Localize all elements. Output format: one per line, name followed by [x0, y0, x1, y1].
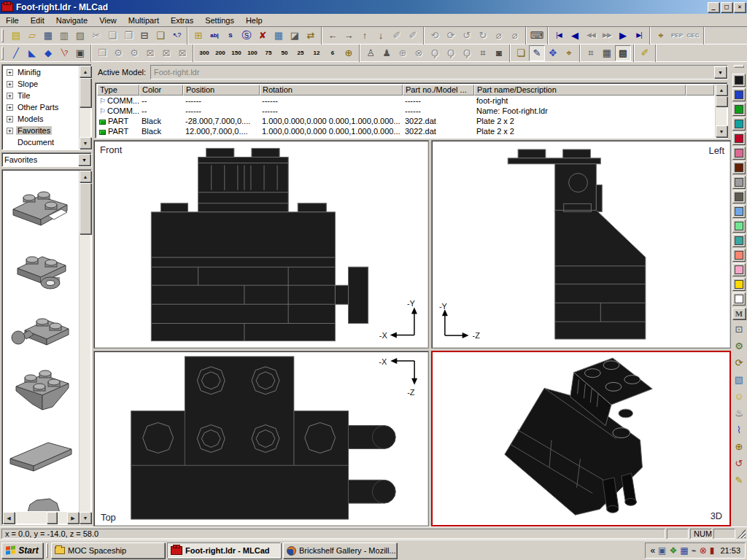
draw-line-button[interactable]: ╱	[8, 45, 24, 61]
rotate-x-ccw-button[interactable]: ⟳	[443, 28, 459, 44]
rotation-point-button[interactable]: ⊕	[732, 440, 746, 453]
color-swatch-black[interactable]	[732, 74, 746, 87]
light-one-button[interactable]: Ϙ	[427, 45, 443, 61]
move-plus-y-button[interactable]: ↓	[373, 28, 389, 44]
print-button[interactable]: ⊟	[136, 28, 152, 44]
expand-icon[interactable]: +	[7, 81, 13, 88]
add-part-button[interactable]: ⊞	[190, 28, 206, 44]
camera-button[interactable]: ◙	[491, 45, 507, 61]
zoom-100-button[interactable]: 100	[244, 45, 260, 61]
scrollbar-thumb[interactable]	[47, 512, 57, 524]
scroll-up-icon[interactable]: ▲	[716, 84, 727, 96]
view-thumbnails-button[interactable]: ❏	[513, 45, 529, 61]
find-part-button[interactable]: ⌖	[653, 28, 669, 44]
color-swatch-light-gray[interactable]	[732, 176, 746, 189]
add-picture-button[interactable]: ▦	[271, 28, 287, 44]
tree-item-favorites[interactable]: +Favorites	[4, 125, 78, 136]
column-header-type[interactable]: Type	[97, 85, 139, 96]
color-swatch-brown[interactable]	[732, 161, 746, 174]
zoom-75-button[interactable]: 75	[260, 45, 276, 61]
draw-triangle-button[interactable]: ◣	[24, 45, 40, 61]
tree-item-document[interactable]: Document	[4, 136, 78, 148]
menu-file[interactable]: File	[0, 15, 25, 26]
open-file-button[interactable]: ▱	[24, 28, 40, 44]
vehicle-generator-button[interactable]: ⚙	[732, 339, 746, 352]
remove-sync-button[interactable]: ⊠	[142, 45, 158, 61]
taskbar-task-firefox[interactable]: Brickshelf Gallery - Mozill...	[283, 542, 397, 559]
viewport-front[interactable]: Front -Y -X	[93, 140, 429, 349]
delete-entry-button[interactable]: ✘	[255, 28, 271, 44]
grid-coarse-button[interactable]: ⌗	[583, 45, 599, 61]
examine-mode-button[interactable]: ⌖	[561, 45, 577, 61]
zoom-200-button[interactable]: 200	[212, 45, 228, 61]
category-dropdown[interactable]: Favorites ▼	[1, 152, 92, 167]
context-help-button[interactable]: ↖?	[169, 28, 185, 44]
tree-item-tile[interactable]: +Tile	[4, 90, 78, 101]
scroll-up-icon[interactable]: ▲	[80, 171, 91, 182]
paste-parts-button[interactable]: ❒	[94, 45, 110, 61]
minifig-generator-button[interactable]: ☺	[732, 389, 746, 402]
messenger-icon[interactable]: ▦	[680, 546, 688, 555]
scroll-up-icon[interactable]: ▲	[80, 66, 91, 77]
step-next-button[interactable]: ▶	[615, 28, 631, 44]
scroll-down-icon[interactable]: ▼	[80, 137, 91, 149]
battery-icon[interactable]: ▮	[710, 546, 715, 555]
gear-sync-button[interactable]: ⚙	[110, 45, 126, 61]
scroll-right-icon[interactable]: ▶	[67, 512, 79, 524]
spring-generator-button[interactable]: ♨	[732, 406, 746, 419]
color-swatch-dark-gray[interactable]	[732, 190, 746, 203]
grid-medium-button[interactable]: ▦	[599, 45, 615, 61]
menu-settings[interactable]: Settings	[199, 15, 240, 26]
grid-fine-button[interactable]: ▩	[615, 45, 631, 61]
signature-pen-button[interactable]: ✎	[732, 473, 746, 486]
add-background-button[interactable]: ◪	[287, 28, 303, 44]
light-three-button[interactable]: Ϙ	[459, 45, 475, 61]
resize-grip[interactable]	[737, 529, 746, 538]
start-button[interactable]: Start	[1, 542, 43, 559]
display-settings-icon[interactable]: ▣	[658, 546, 666, 555]
hide-origin-button[interactable]: ⊗	[411, 45, 427, 61]
edit-dialog-button[interactable]: ▣	[72, 45, 88, 61]
column-header-color[interactable]: Color	[139, 85, 183, 96]
remove-lock-button[interactable]: ⊠	[158, 45, 174, 61]
color-swatch-pink[interactable]	[732, 263, 746, 276]
tree-item-slope[interactable]: +Slope	[4, 78, 78, 90]
part-thumbnail-plate-2x2-corner[interactable]	[4, 180, 77, 236]
network-error-icon[interactable]: ⊗	[700, 546, 707, 555]
draw-quad-button[interactable]: ◆	[40, 45, 56, 61]
save-picture-button[interactable]: ▥	[56, 28, 72, 44]
part-thumbnail-tile-1x4[interactable]	[4, 422, 77, 478]
color-swatch-bright-green[interactable]	[732, 219, 746, 233]
expand-icon[interactable]: +	[7, 116, 13, 122]
expand-icon[interactable]: +	[7, 104, 13, 111]
scrollbar-thumb[interactable]	[716, 96, 727, 106]
color-swatch-white[interactable]	[732, 292, 746, 306]
table-row[interactable]: ⚐COMM...--------------------Name: Foot-r…	[97, 106, 714, 116]
move-plus-x-button[interactable]: →	[341, 28, 357, 44]
parts-scrollbar-horizontal[interactable]: ◀ ▶	[3, 512, 79, 524]
paste-button[interactable]: ❐	[120, 28, 136, 44]
zoom-fit-button[interactable]: ⊕	[341, 45, 357, 61]
gear-lock-button[interactable]: ⚙	[126, 45, 142, 61]
draw-condline-button[interactable]: ╲?	[56, 45, 72, 61]
hose-generator-button[interactable]: ⌇	[732, 423, 746, 436]
antivirus-icon[interactable]: ❖	[669, 546, 677, 555]
scrollbar-thumb[interactable]	[80, 78, 91, 107]
zoom-50-button[interactable]: 50	[276, 45, 293, 61]
scroll-left-icon[interactable]: ◀	[3, 512, 15, 524]
window-fit-button[interactable]: ⊡	[732, 322, 746, 335]
maximize-button[interactable]: □	[721, 2, 732, 12]
enter-pos-rotation-button[interactable]: ⌨	[529, 28, 545, 44]
network-signal-icon[interactable]: ⌁	[692, 546, 697, 555]
color-swatch-blue[interactable]	[732, 88, 746, 101]
tree-item-minifig[interactable]: +Minifig	[4, 66, 78, 78]
viewport-top[interactable]: Top -X -Z	[93, 351, 429, 526]
step-previous-button[interactable]: ◀	[567, 28, 583, 44]
move-minus-z-button[interactable]: ✐	[389, 28, 405, 44]
menu-extras[interactable]: Extras	[165, 15, 199, 26]
part-thumbnail-slope-inverted-2x2[interactable]	[4, 362, 77, 417]
column-header-part[interactable]: Part name/Description	[474, 85, 686, 96]
tree-item-other-parts[interactable]: +Other Parts	[4, 101, 78, 113]
viewport-left[interactable]: Left -Y -Z	[431, 140, 731, 349]
taskbar-task-folder[interactable]: MOC Spaceship	[51, 542, 165, 559]
